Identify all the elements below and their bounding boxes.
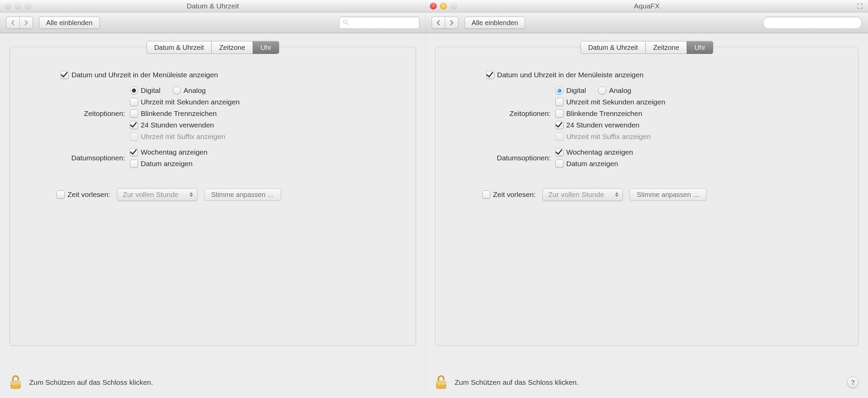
checkbox-label: 24 Stunden verwenden <box>566 121 639 129</box>
checkbox-seconds[interactable]: Uhrzeit mit Sekunden anzeigen <box>130 98 240 106</box>
tab-zeitzone[interactable]: Zeitzone <box>211 41 253 54</box>
checkbox-icon <box>486 71 494 79</box>
search-field[interactable] <box>763 17 862 29</box>
zoom-button[interactable] <box>451 3 457 9</box>
checkbox-blinking[interactable]: Blinkende Trennzeichen <box>130 110 240 118</box>
show-all-button[interactable]: Alle einblenden <box>465 17 525 29</box>
checkbox-icon <box>130 98 138 106</box>
date-options-label: Datumsoptionen: <box>37 154 130 162</box>
minimize-button[interactable] <box>15 3 21 9</box>
nav-segment <box>432 17 458 29</box>
forward-button[interactable] <box>445 17 458 29</box>
checkbox-label: Zeit vorlesen: <box>493 191 536 199</box>
voice-button-label: Stimme anpassen … <box>637 191 700 199</box>
select-value: Zur vollen Stunde <box>548 191 604 199</box>
checkbox-icon <box>555 121 564 129</box>
tab-zeitzone[interactable]: Zeitzone <box>645 41 687 54</box>
help-button[interactable]: ? <box>847 377 859 388</box>
footer-text: Zum Schützen auf das Schloss klicken. <box>29 378 153 386</box>
lock-icon[interactable] <box>9 375 22 390</box>
search-icon <box>343 19 349 26</box>
lock-icon[interactable] <box>435 375 447 390</box>
voice-button[interactable]: Stimme anpassen … <box>204 188 281 201</box>
voice-button[interactable]: Stimme anpassen … <box>630 188 707 201</box>
checkbox-label: Datum und Uhrzeit in der Menüleiste anze… <box>497 71 644 79</box>
checkbox-icon <box>57 191 65 199</box>
footer: Zum Schützen auf das Schloss klicken. <box>9 375 416 390</box>
window-title: Datum & Uhrzeit <box>186 2 239 10</box>
checkbox-icon <box>130 133 138 141</box>
checkbox-weekday[interactable]: Wochentag anzeigen <box>130 148 208 156</box>
show-all-label: Alle einblenden <box>472 19 518 27</box>
checkbox-show-date[interactable]: Datum anzeigen <box>130 160 208 168</box>
checkbox-24h[interactable]: 24 Stunden verwenden <box>130 121 240 129</box>
search-input[interactable] <box>351 19 416 27</box>
checkbox-icon <box>555 133 564 141</box>
titlebar: Datum & Uhrzeit <box>0 0 426 13</box>
voice-button-label: Stimme anpassen … <box>211 191 274 199</box>
content: Datum & Uhrzeit Zeitzone Uhr Datum und U… <box>426 33 868 398</box>
tab-uhr[interactable]: Uhr <box>687 41 713 54</box>
close-button[interactable] <box>430 3 436 9</box>
checkbox-blinking[interactable]: Blinkende Trennzeichen <box>555 110 665 118</box>
radio-analog[interactable]: Analog <box>173 86 205 95</box>
radio-analog[interactable]: Analog <box>598 86 631 95</box>
show-all-label: Alle einblenden <box>46 19 93 27</box>
tab-datum-uhrzeit[interactable]: Datum & Uhrzeit <box>146 41 212 54</box>
fullscreen-button[interactable] <box>856 3 863 9</box>
checkbox-show-in-menubar[interactable]: Datum und Uhrzeit in der Menüleiste anze… <box>486 71 644 79</box>
checkbox-label: Uhrzeit mit Suffix anzeigen <box>566 133 651 141</box>
footer: Zum Schützen auf das Schloss klicken. ? <box>435 375 859 390</box>
show-all-button[interactable]: Alle einblenden <box>39 17 100 29</box>
window-aquafx: AquaFX Alle einblenden Datum & Uhrzeit Z… <box>426 0 868 398</box>
toolbar: Alle einblenden <box>426 13 868 33</box>
tab-uhr[interactable]: Uhr <box>253 41 279 54</box>
row-show-in-menubar: Datum und Uhrzeit in der Menüleiste anze… <box>486 71 831 79</box>
checkbox-icon <box>130 160 138 168</box>
select-arrows-icon <box>190 192 193 197</box>
radio-digital[interactable]: Digital <box>130 86 160 95</box>
select-speak-interval[interactable]: Zur vollen Stunde <box>117 188 197 201</box>
svg-rect-3 <box>11 381 20 385</box>
row-time-options: Zeitoptionen: Digital Analog <box>462 86 831 141</box>
checkbox-label: Blinkende Trennzeichen <box>566 110 642 118</box>
checkbox-speak[interactable]: Zeit vorlesen: <box>482 191 536 199</box>
select-value: Zur vollen Stunde <box>123 191 179 199</box>
checkbox-24h[interactable]: 24 Stunden verwenden <box>555 121 665 129</box>
radio-icon <box>555 86 564 95</box>
zoom-button[interactable] <box>25 3 31 9</box>
checkbox-label: Uhrzeit mit Sekunden anzeigen <box>141 98 240 106</box>
titlebar: AquaFX <box>426 0 868 13</box>
checkbox-seconds[interactable]: Uhrzeit mit Sekunden anzeigen <box>555 98 665 106</box>
checkbox-weekday[interactable]: Wochentag anzeigen <box>555 148 633 156</box>
checkbox-label: Uhrzeit mit Suffix anzeigen <box>141 133 225 141</box>
window-native: Datum & Uhrzeit Alle einblenden Datum & … <box>0 0 426 398</box>
checkbox-show-date[interactable]: Datum anzeigen <box>555 160 633 168</box>
forward-button[interactable] <box>19 17 33 29</box>
checkbox-icon <box>61 71 69 79</box>
search-field[interactable] <box>339 17 419 29</box>
checkbox-icon <box>130 110 138 118</box>
close-button[interactable] <box>5 3 11 9</box>
checkbox-label: Datum anzeigen <box>141 160 193 168</box>
select-speak-interval[interactable]: Zur vollen Stunde <box>542 188 623 201</box>
back-button[interactable] <box>432 17 445 29</box>
tab-datum-uhrzeit[interactable]: Datum & Uhrzeit <box>580 41 646 54</box>
traffic-lights <box>5 0 31 12</box>
back-button[interactable] <box>6 17 20 29</box>
checkbox-speak[interactable]: Zeit vorlesen: <box>57 191 110 199</box>
checkbox-icon <box>555 160 564 168</box>
checkbox-label: Blinkende Trennzeichen <box>141 110 217 118</box>
checkbox-suffix: Uhrzeit mit Suffix anzeigen <box>555 133 665 141</box>
checkbox-label: Datum anzeigen <box>566 160 618 168</box>
tabs: Datum & Uhrzeit Zeitzone Uhr <box>580 41 713 54</box>
tabs: Datum & Uhrzeit Zeitzone Uhr <box>146 41 279 54</box>
radio-digital[interactable]: Digital <box>555 86 586 95</box>
checkbox-show-in-menubar[interactable]: Datum und Uhrzeit in der Menüleiste anze… <box>61 71 218 79</box>
radio-label: Digital <box>566 86 586 95</box>
minimize-button[interactable] <box>440 3 447 9</box>
select-arrows-icon <box>615 192 618 197</box>
checkbox-icon <box>555 98 564 106</box>
checkbox-label: Datum und Uhrzeit in der Menüleiste anze… <box>72 71 218 79</box>
toolbar: Alle einblenden <box>0 13 426 33</box>
